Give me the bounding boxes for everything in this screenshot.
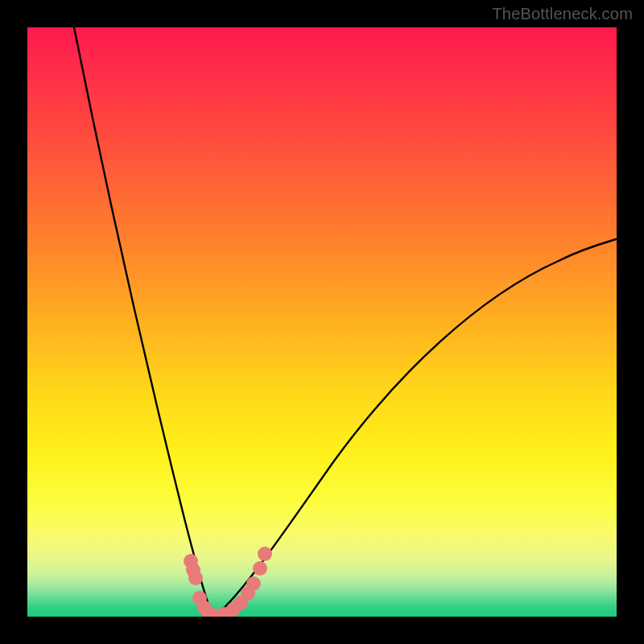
- marker-dot: [258, 547, 272, 561]
- marker-dot: [246, 576, 261, 591]
- marker-dot: [188, 571, 203, 585]
- curve-left: [74, 27, 215, 617]
- outer-frame: TheBottleneck.com: [0, 0, 644, 644]
- curve-right: [215, 239, 617, 617]
- watermark-text: TheBottleneck.com: [492, 5, 633, 23]
- marker-dot: [253, 561, 267, 576]
- curve-layer: [27, 27, 617, 617]
- marker-cluster: [184, 547, 272, 617]
- plot-area: [27, 27, 617, 617]
